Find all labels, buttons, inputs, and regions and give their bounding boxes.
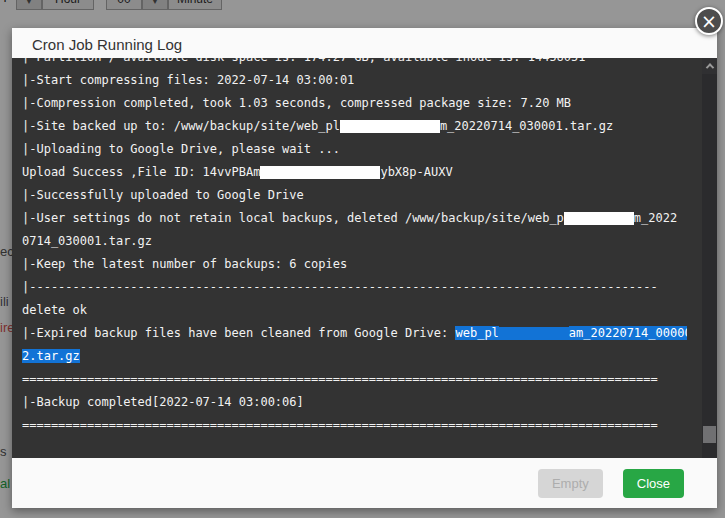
dialog-title: Cron Job Running Log bbox=[32, 36, 182, 53]
log-line: |-Site backed up to: /www/backup/site/we… bbox=[22, 115, 687, 138]
log-line: |---------------------------------------… bbox=[22, 276, 687, 299]
redaction-block bbox=[499, 327, 569, 340]
log-content: |-Partition / available disk space is: 1… bbox=[22, 58, 687, 437]
log-line: ========================================… bbox=[22, 368, 687, 391]
redaction-block bbox=[260, 166, 380, 179]
log-line: |-Expired backup files have been cleaned… bbox=[22, 322, 687, 345]
log-line: |-User settings do not retain local back… bbox=[22, 207, 687, 230]
log-line: |-Keep the latest number of backups: 6 c… bbox=[22, 253, 687, 276]
log-line: |-Compression completed, took 1.03 secon… bbox=[22, 92, 687, 115]
log-line: 0714_030001.tar.gz bbox=[22, 230, 687, 253]
scrollbar-thumb[interactable] bbox=[703, 426, 716, 443]
close-button[interactable]: Close bbox=[623, 469, 684, 498]
dialog-header: Cron Job Running Log bbox=[12, 28, 717, 58]
redaction-block bbox=[564, 212, 634, 225]
log-line: |-Uploading to Google Drive, please wait… bbox=[22, 138, 687, 161]
log-viewer[interactable]: |-Partition / available disk space is: 1… bbox=[12, 58, 717, 486]
selection-highlight: 2.tar.gz bbox=[22, 349, 80, 363]
cron-log-dialog: × Cron Job Running Log |-Partition / ava… bbox=[12, 28, 717, 508]
redaction-block bbox=[340, 120, 440, 133]
log-line: delete ok bbox=[22, 299, 687, 322]
close-icon[interactable]: × bbox=[695, 7, 723, 35]
log-line: |-Backup completed[2022-07-14 03:00:06] bbox=[22, 391, 687, 414]
log-line: Upload Success ,File ID: 14vvPBAmybX8p-A… bbox=[22, 161, 687, 184]
scrollbar[interactable] bbox=[702, 58, 717, 486]
scroll-up-icon[interactable] bbox=[702, 58, 717, 74]
log-line: |-Successfully uploaded to Google Drive bbox=[22, 184, 687, 207]
log-line: |-Partition / available disk space is: 1… bbox=[22, 58, 687, 69]
log-line: |-Start compressing files: 2022-07-14 03… bbox=[22, 69, 687, 92]
selection-highlight: web_pl bbox=[455, 326, 498, 340]
selection-highlight: am_20220714_00000 bbox=[569, 326, 687, 340]
empty-button[interactable]: Empty bbox=[538, 469, 603, 498]
log-line: ========================================… bbox=[22, 414, 687, 437]
log-line: 2.tar.gz bbox=[22, 345, 687, 368]
dialog-footer: Empty Close bbox=[12, 458, 717, 508]
screen: 4 ▼ Hour 00 ▼ Minute ec ili ire s al × C… bbox=[0, 0, 725, 518]
